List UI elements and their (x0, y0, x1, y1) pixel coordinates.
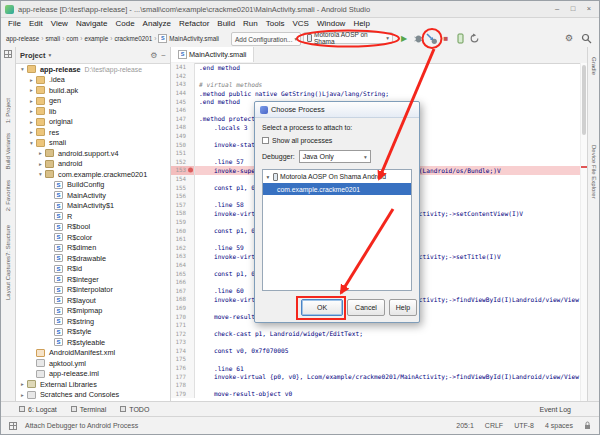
dialog-title-bar[interactable]: Choose Process (255, 102, 419, 118)
project-tree-item[interactable]: SR$interpolator (16, 285, 170, 296)
tool-window-button-6-logcat[interactable]: 6: Logcat (19, 406, 57, 413)
menu-run[interactable]: Run (239, 19, 262, 28)
project-tree-item[interactable]: SR (16, 211, 170, 222)
tree-chevron-icon[interactable]: ▸ (28, 87, 35, 93)
tree-chevron-icon[interactable]: ▸ (37, 161, 44, 167)
tool-window-button-layout-captures[interactable]: Layout Captures (5, 256, 11, 300)
run-configuration-selector[interactable]: Add Configuration... ▾ (231, 32, 301, 46)
project-tree-item[interactable]: SR$color (16, 232, 170, 243)
project-tree-item[interactable]: ▸res (16, 127, 170, 138)
attach-debugger-icon[interactable] (425, 32, 439, 45)
process-row-selected[interactable]: com.example.crackme0201 (263, 183, 411, 195)
settings-gear-icon[interactable]: ⚙ (150, 51, 157, 60)
tree-chevron-icon[interactable]: ▸ (28, 129, 35, 135)
process-list[interactable]: ▾ Motorola AOSP On Shama Android com.exa… (262, 169, 412, 291)
project-tree-item[interactable]: SR$layout (16, 295, 170, 306)
scrollbar-thumb[interactable] (582, 65, 586, 135)
project-tree-item[interactable]: SMainActivity$1 (16, 201, 170, 212)
breadcrumb-item[interactable]: example (84, 35, 108, 42)
stop-icon[interactable]: ■ (439, 32, 453, 45)
ok-button[interactable]: OK (301, 299, 343, 316)
project-tree-item[interactable]: SR$mipmap (16, 306, 170, 317)
breadcrumb-item[interactable]: com (66, 35, 78, 42)
tool-window-button-build-variants[interactable]: Build Variants (5, 133, 11, 170)
checkbox-icon[interactable] (262, 137, 269, 144)
project-tree-item[interactable]: SBuildConfig (16, 180, 170, 191)
event-log-button[interactable]: Event Log (539, 406, 571, 413)
breadcrumb-item[interactable]: app-release (6, 35, 39, 42)
tool-window-switcher-icon[interactable] (4, 50, 12, 58)
project-tree-item[interactable]: SR$bool (16, 222, 170, 233)
project-tree-item[interactable]: apktool.yml (16, 358, 170, 369)
project-tree-item[interactable]: ▾com.example.crackme0201 (16, 169, 170, 180)
hide-panel-icon[interactable]: − (161, 51, 166, 60)
project-tree-item[interactable]: SR$drawable (16, 253, 170, 264)
project-tree-item[interactable]: ▸Scratches and Consoles (16, 390, 170, 401)
tool-window-button-1-project[interactable]: 1: Project (5, 98, 11, 123)
maximize-button[interactable]: □ (565, 2, 581, 16)
project-tree-item[interactable]: ▸build.apk (16, 85, 170, 96)
menu-tools[interactable]: Tools (262, 19, 289, 28)
search-icon[interactable] (579, 32, 593, 45)
code-line[interactable]: 141.end method (171, 63, 581, 72)
menu-edit[interactable]: Edit (25, 19, 47, 28)
code-line[interactable]: 175 (171, 355, 581, 364)
debugger-select[interactable]: Java Only ▾ (299, 150, 371, 163)
menu-help[interactable]: Help (349, 19, 373, 28)
sync-icon[interactable] (467, 32, 481, 45)
project-tree-item[interactable]: SR$styleable (16, 337, 170, 348)
code-line[interactable]: 144.method public native GetString()Ljav… (171, 89, 581, 98)
code-line[interactable]: 178 (171, 381, 581, 390)
menu-file[interactable]: File (4, 19, 25, 28)
tree-chevron-icon[interactable]: ▾ (28, 140, 35, 146)
breadcrumb-item[interactable]: smali (45, 35, 60, 42)
code-line[interactable]: 143# virtual methods (171, 80, 581, 89)
code-line[interactable]: 177 invoke-virtual {p0, v0}, Lcom/exampl… (171, 372, 581, 381)
show-all-processes-checkbox[interactable]: Show all processes (262, 137, 412, 144)
menu-build[interactable]: Build (213, 19, 239, 28)
tree-chevron-icon[interactable]: ▸ (28, 98, 35, 104)
project-tree-item[interactable]: ▸android (16, 159, 170, 170)
run-icon[interactable]: ▶ (397, 32, 411, 45)
breadcrumb-item[interactable]: SMainActivity.smali (158, 34, 219, 43)
tree-chevron-icon[interactable]: ▸ (37, 150, 44, 156)
tree-chevron-icon[interactable]: ▸ (19, 392, 26, 398)
project-tree-item[interactable]: ▸android.support.v4 (16, 148, 170, 159)
menu-code[interactable]: Code (111, 19, 138, 28)
tool-window-button-2-favorites[interactable]: 2: Favorites (5, 180, 11, 211)
project-tree-item[interactable]: ▸lib (16, 106, 170, 117)
editor-scrollbar[interactable] (580, 63, 587, 401)
tree-chevron-icon[interactable]: ▸ (28, 108, 35, 114)
tool-window-button-gradle[interactable]: Gradle (591, 57, 597, 75)
menu-window[interactable]: Window (313, 19, 349, 28)
tool-window-button-todo[interactable]: TODO (120, 406, 149, 413)
project-tree-item[interactable]: AndroidManifest.xml (16, 348, 170, 359)
project-tree-item[interactable]: SMainActivity (16, 190, 170, 201)
code-line[interactable]: 179 move-result-object v0 (171, 390, 581, 399)
tool-window-quick-access-icon[interactable] (9, 422, 17, 430)
project-tree-item[interactable]: app-release.iml (16, 369, 170, 380)
tool-window-button-device-file-explorer[interactable]: Device File Explorer (591, 145, 597, 199)
lock-icon[interactable] (584, 421, 591, 430)
menu-vcs[interactable]: VCS (288, 19, 312, 28)
menu-navigate[interactable]: Navigate (72, 19, 112, 28)
project-tree-item[interactable]: ▸External Libraries (16, 379, 170, 390)
project-tree-item[interactable]: ▸original (16, 117, 170, 128)
indent-indicator[interactable]: 4 spaces (545, 422, 573, 429)
debug-icon[interactable] (411, 32, 425, 45)
project-tree-item[interactable]: SR$integer (16, 274, 170, 285)
project-tree-item[interactable]: ▾smali (16, 138, 170, 149)
project-tree-item[interactable]: SR$dimen (16, 243, 170, 254)
breadcrumb-item[interactable]: crackme0201 (114, 35, 152, 42)
device-selector[interactable]: Motorola AOSP on Shama ▾ (303, 32, 393, 44)
encoding-indicator[interactable]: UTF-8 (514, 422, 534, 429)
project-tree-item[interactable]: ▸gen (16, 96, 170, 107)
caret-position[interactable]: 205:1 (456, 422, 474, 429)
breakpoint-icon[interactable] (188, 168, 193, 173)
tree-chevron-icon[interactable]: ▾ (19, 66, 26, 72)
tab-mainactivity-smali[interactable]: S MainActivity.smali (171, 47, 254, 62)
help-button[interactable]: Help (389, 299, 417, 316)
avd-manager-icon[interactable] (453, 32, 467, 45)
tool-window-button-7-structure[interactable]: 7: Structure (5, 225, 11, 256)
close-button[interactable]: × (581, 2, 597, 16)
